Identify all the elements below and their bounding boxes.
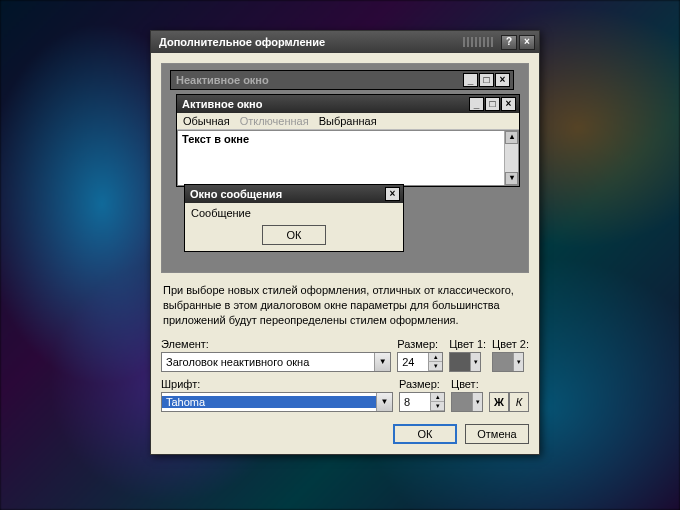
- color1-swatch[interactable]: ▾: [449, 352, 481, 372]
- close-icon[interactable]: ×: [385, 187, 400, 201]
- minimize-icon[interactable]: _: [463, 73, 478, 87]
- chevron-down-icon[interactable]: ▼: [374, 353, 390, 371]
- inactive-title: Неактивное окно: [174, 74, 462, 86]
- preview-message-window[interactable]: Окно сообщения × Сообщение ОК: [184, 184, 404, 252]
- close-button[interactable]: ×: [519, 35, 535, 50]
- font-label: Шрифт:: [161, 378, 393, 390]
- text-in-window: Текст в окне: [182, 133, 249, 145]
- scroll-down-icon[interactable]: ▾: [505, 172, 518, 185]
- message-title: Окно сообщения: [188, 188, 384, 200]
- menu-item-normal[interactable]: Обычная: [183, 115, 230, 127]
- color2-label: Цвет 2:: [492, 338, 529, 350]
- spin-up-icon[interactable]: ▴: [428, 353, 442, 362]
- font-color-label: Цвет:: [451, 378, 483, 390]
- appearance-dialog: Дополнительное оформление ? × Неактивное…: [150, 30, 540, 455]
- chevron-down-icon[interactable]: ▾: [470, 353, 480, 371]
- spin-up-icon[interactable]: ▴: [430, 393, 444, 402]
- preview-pane: Неактивное окно _ □ × Активное окно _ □ …: [161, 63, 529, 273]
- font-value: Tahoma: [162, 396, 376, 408]
- element-row: Элемент: Заголовок неактивного окна ▼ Ра…: [161, 338, 529, 372]
- font-size-spinner[interactable]: 8 ▴▾: [399, 392, 445, 412]
- spin-down-icon[interactable]: ▾: [430, 402, 444, 411]
- font-combo[interactable]: Tahoma ▼: [161, 392, 393, 412]
- element-label: Элемент:: [161, 338, 391, 350]
- preview-menu: Обычная Отключенная Выбранная: [177, 113, 519, 130]
- maximize-icon[interactable]: □: [485, 97, 500, 111]
- element-value: Заголовок неактивного окна: [162, 356, 374, 368]
- chevron-down-icon[interactable]: ▾: [513, 353, 523, 371]
- font-color-swatch[interactable]: ▾: [451, 392, 483, 412]
- size-spinner[interactable]: 24 ▴▾: [397, 352, 443, 372]
- font-size-label: Размер:: [399, 378, 445, 390]
- size-value: 24: [398, 356, 428, 368]
- dialog-body: Неактивное окно _ □ × Активное окно _ □ …: [151, 53, 539, 454]
- chevron-down-icon[interactable]: ▾: [472, 393, 482, 411]
- scroll-up-icon[interactable]: ▴: [505, 131, 518, 144]
- spin-down-icon[interactable]: ▾: [428, 362, 442, 371]
- close-icon[interactable]: ×: [495, 73, 510, 87]
- message-titlebar: Окно сообщения ×: [185, 185, 403, 203]
- font-row: Шрифт: Tahoma ▼ Размер: 8 ▴▾ Цвет: ▾: [161, 378, 529, 412]
- dialog-title: Дополнительное оформление: [155, 36, 463, 48]
- italic-toggle[interactable]: К: [509, 392, 529, 412]
- size-label: Размер:: [397, 338, 443, 350]
- menu-item-disabled: Отключенная: [240, 115, 309, 127]
- maximize-icon[interactable]: □: [479, 73, 494, 87]
- titlebar-grip: [463, 37, 493, 47]
- info-note: При выборе новых стилей оформления, отли…: [163, 283, 527, 328]
- close-icon[interactable]: ×: [501, 97, 516, 111]
- preview-textarea[interactable]: Текст в окне ▴ ▾: [177, 130, 519, 186]
- inactive-titlebar: Неактивное окно _ □ ×: [171, 71, 513, 89]
- active-title: Активное окно: [180, 98, 468, 110]
- font-color-preview: [452, 393, 472, 411]
- chevron-down-icon[interactable]: ▼: [376, 393, 392, 411]
- minimize-icon[interactable]: _: [469, 97, 484, 111]
- help-button[interactable]: ?: [501, 35, 517, 50]
- element-combo[interactable]: Заголовок неактивного окна ▼: [161, 352, 391, 372]
- preview-inactive-window[interactable]: Неактивное окно _ □ ×: [170, 70, 514, 90]
- cancel-button[interactable]: Отмена: [465, 424, 529, 444]
- ok-button[interactable]: ОК: [393, 424, 457, 444]
- active-titlebar: Активное окно _ □ ×: [177, 95, 519, 113]
- font-size-value: 8: [400, 396, 430, 408]
- scrollbar[interactable]: ▴ ▾: [504, 131, 518, 185]
- color1-preview: [450, 353, 470, 371]
- color2-swatch[interactable]: ▾: [492, 352, 524, 372]
- color1-label: Цвет 1:: [449, 338, 486, 350]
- menu-item-selected[interactable]: Выбранная: [319, 115, 377, 127]
- dialog-titlebar[interactable]: Дополнительное оформление ? ×: [151, 31, 539, 53]
- message-text: Сообщение: [185, 203, 403, 223]
- dialog-footer: ОК Отмена: [161, 424, 529, 444]
- message-ok-button[interactable]: ОК: [262, 225, 326, 245]
- color2-preview: [493, 353, 513, 371]
- bold-toggle[interactable]: Ж: [489, 392, 509, 412]
- preview-active-window[interactable]: Активное окно _ □ × Обычная Отключенная …: [176, 94, 520, 187]
